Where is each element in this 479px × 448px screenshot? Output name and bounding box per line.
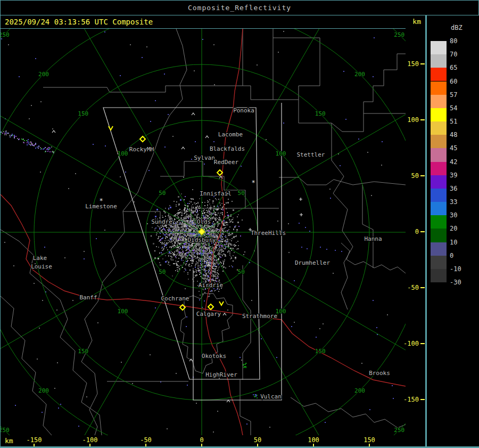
- colorbar-value: 80: [450, 37, 457, 45]
- radar-app-window: Composite_Reflectivity 2025/09/24 03:13:…: [0, 0, 479, 448]
- colorbar-value: 45: [450, 144, 457, 152]
- town-plus-icon: [299, 198, 302, 201]
- ring-distance-label: 200: [354, 71, 365, 78]
- colorbar-band: [431, 41, 447, 54]
- city-label-olds: Olds: [197, 218, 211, 225]
- right-axis-label: -150: [403, 396, 419, 403]
- colorbar-value: 20: [450, 225, 457, 232]
- right-axis-tick: [420, 287, 425, 288]
- boundary-line: [364, 54, 406, 113]
- bottom-axis: km -150-100-50050100150: [0, 435, 426, 447]
- colorbar-value: 70: [450, 51, 457, 58]
- colorbar-value: 65: [450, 64, 457, 71]
- colorbar-band: [431, 95, 447, 108]
- city-label-sundre: Sundre: [151, 218, 172, 225]
- colorbar-value: -10: [450, 265, 461, 273]
- city-label-strathmore: Strathmore: [242, 313, 277, 320]
- right-axis-tick: [420, 63, 425, 64]
- colorbar-value: 57: [450, 91, 457, 99]
- bottom-axis-unit: km: [5, 437, 13, 445]
- city-label-hanna: Hanna: [364, 235, 382, 242]
- city-label-lacombe: Lacombe: [218, 131, 243, 138]
- colorbar-band: [431, 242, 447, 256]
- bottom-axis-label: 0: [186, 436, 218, 444]
- colorbar-band: [431, 215, 447, 229]
- colorbar-value: 10: [450, 239, 457, 246]
- city-label-brooks: Brooks: [369, 370, 390, 377]
- right-axis-label: 50: [411, 172, 419, 180]
- town-asterisk-icon: *: [251, 179, 255, 186]
- city-label-sylvan: Sylvan: [194, 154, 215, 161]
- colorbar-band: [431, 202, 447, 215]
- colorbar-value: 60: [450, 78, 457, 85]
- panel-separator: [425, 15, 427, 448]
- colorbar-band: [431, 68, 447, 81]
- ring-distance-label: 250: [0, 31, 10, 38]
- colorbar-value: 54: [450, 104, 457, 112]
- town-plus-icon: [300, 213, 303, 216]
- right-axis-tick: [420, 399, 425, 400]
- right-axis-tick: [420, 119, 425, 120]
- boundary-line: [1, 296, 52, 435]
- title-bar: Composite_Reflectivity: [0, 0, 479, 15]
- town-caret-icon: [205, 136, 209, 138]
- ring-distance-label: 200: [38, 387, 49, 394]
- colorbar-band: [431, 82, 447, 95]
- boundary-line: [273, 38, 320, 100]
- ring-distance-label: 50: [159, 268, 166, 275]
- colorbar-value: 48: [450, 131, 457, 139]
- color-scale-panel: dBZ 807065605754514845423936333020100-10…: [427, 15, 479, 446]
- city-label-didsbury: Didsbury: [188, 237, 216, 243]
- bottom-axis-label: 100: [298, 436, 329, 444]
- city-label-okotoks: Okotoks: [202, 353, 226, 360]
- city-label-airdrie: Airdrie: [199, 282, 223, 289]
- radar-map: 5050505010010010010015015015015020020020…: [0, 28, 407, 436]
- city-label-cochrane: Cochrane: [161, 295, 189, 302]
- right-axis-tick: [420, 231, 425, 232]
- ring-distance-label: 50: [238, 190, 245, 197]
- right-axis-label: -100: [403, 340, 419, 347]
- city-label-banff: Banff: [79, 294, 97, 301]
- city-label-calgary: Calgary: [196, 311, 221, 317]
- city-label-louise: Louise: [31, 263, 52, 270]
- right-axis-label: 100: [407, 116, 419, 124]
- boundary-line: [291, 397, 406, 428]
- boundary-line: [243, 29, 273, 100]
- city-label-innisfail: Innisfail: [200, 190, 232, 197]
- ring-distance-label: 250: [394, 31, 404, 38]
- ring-distance-label: 250: [394, 427, 404, 434]
- yellow-vector-icon: [109, 126, 113, 130]
- yellow-vector-icon: [219, 302, 224, 305]
- ring-distance-label: 150: [315, 110, 326, 117]
- radar-site-diamond-icon: [208, 304, 213, 309]
- colorbar-band: [431, 269, 447, 282]
- right-axis-tick: [420, 343, 425, 344]
- ring-distance-label: 150: [78, 110, 88, 117]
- colorbar-value: 51: [450, 118, 457, 125]
- boundary-line: [240, 380, 251, 435]
- colorbar-value: 42: [450, 158, 457, 166]
- bottom-axis-label: 50: [242, 436, 274, 444]
- echo-speckles: [299, 223, 342, 252]
- city-label-highriver: HighRiver: [205, 371, 237, 378]
- radar-site-diamond-icon: [217, 170, 222, 175]
- boundary-line: [180, 294, 233, 373]
- colorbar-band: [431, 121, 447, 135]
- town-caret-icon: [52, 131, 55, 133]
- city-label-reddeer: RedDeer: [214, 159, 239, 166]
- right-axis-label: 150: [407, 60, 419, 68]
- city-label-drumheller: Drumheller: [295, 259, 331, 266]
- ring-distance-label: 150: [315, 348, 326, 355]
- city-label-ponoka: Ponoka: [233, 107, 254, 114]
- colorbar-band: [431, 162, 447, 175]
- town-caret-icon: [181, 147, 185, 149]
- colorbar-value: 30: [450, 211, 457, 219]
- right-axis: 150100500-50-100-150: [406, 28, 426, 435]
- colorbar-value: 33: [450, 198, 457, 206]
- bottom-axis-label: -150: [18, 436, 50, 444]
- colorbar-value: 0: [450, 252, 453, 259]
- right-axis-label: -50: [407, 284, 419, 291]
- colorbar-value: 36: [450, 185, 457, 192]
- town-caret-icon: [192, 113, 195, 115]
- colorbar-band: [431, 135, 447, 148]
